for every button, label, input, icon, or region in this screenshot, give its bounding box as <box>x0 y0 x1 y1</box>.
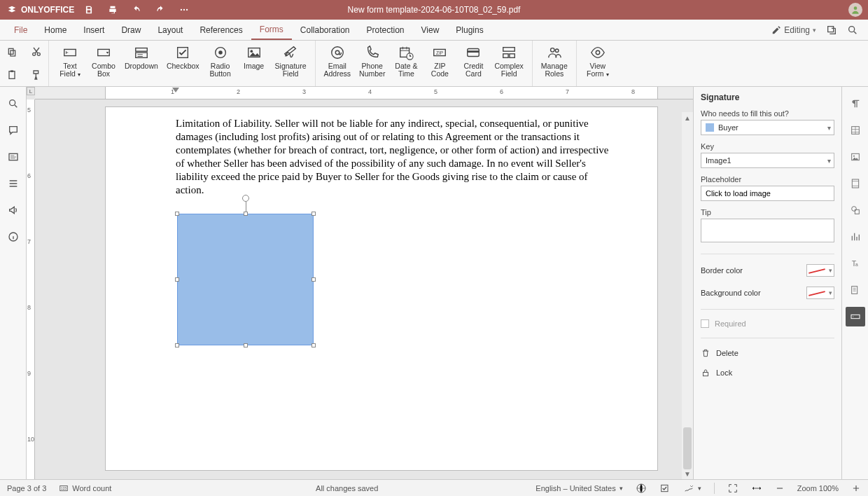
paste-icon[interactable] <box>0 64 24 87</box>
svg-rect-9 <box>9 71 15 78</box>
menu-layout[interactable]: Layout <box>149 20 191 40</box>
resize-handle[interactable] <box>312 212 316 216</box>
svg-rect-29 <box>503 54 508 58</box>
placeholder-input[interactable] <box>701 186 834 201</box>
image-button[interactable]: Image <box>237 43 271 71</box>
email-address-button[interactable]: Email Address <box>320 43 356 79</box>
vertical-ruler[interactable]: 5678910 <box>27 99 35 479</box>
border-color-picker[interactable]: ▾ <box>806 264 834 277</box>
menu-file[interactable]: File <box>6 20 36 40</box>
about-icon[interactable] <box>6 230 20 244</box>
checkbox-button[interactable]: Checkbox <box>162 43 204 71</box>
menu-protection[interactable]: Protection <box>358 20 413 40</box>
editing-mode[interactable]: Editing ▾ <box>771 25 816 35</box>
menu-insert[interactable]: Insert <box>75 20 113 40</box>
resize-handle[interactable] <box>244 212 248 216</box>
required-checkbox[interactable]: Required <box>701 319 834 328</box>
language-selector[interactable]: English – United States ▾ <box>536 484 622 492</box>
comments-icon[interactable] <box>6 123 20 137</box>
zoom-out-button[interactable] <box>775 483 785 493</box>
rotate-handle[interactable] <box>242 195 249 202</box>
resize-handle[interactable] <box>175 343 179 347</box>
menu-forms[interactable]: Forms <box>251 20 292 40</box>
shape-settings-icon[interactable] <box>846 200 865 220</box>
doc-mode-icon[interactable]: ▾ <box>683 483 701 494</box>
headings-icon[interactable] <box>6 150 20 164</box>
zip-code-button[interactable]: ZIPZIP Code <box>423 43 456 79</box>
page[interactable]: Limitation of Liability. Seller will not… <box>105 106 658 471</box>
feedback-icon[interactable] <box>6 203 20 217</box>
menu-home[interactable]: Home <box>36 20 75 40</box>
svg-point-33 <box>596 50 600 55</box>
table-settings-icon[interactable] <box>846 120 865 140</box>
ruler-corner[interactable]: L <box>27 87 35 95</box>
resize-handle[interactable] <box>312 343 316 347</box>
credit-card-button[interactable]: Credit Card <box>456 43 490 79</box>
body-paragraph[interactable]: Limitation of Liability. Seller will not… <box>176 117 610 197</box>
text-field-button[interactable]: Text Field ▾ <box>53 43 87 80</box>
outline-icon[interactable] <box>6 177 20 191</box>
menu-plugins[interactable]: Plugins <box>447 20 491 40</box>
fit-width-icon[interactable] <box>751 483 762 494</box>
resize-handle[interactable] <box>175 277 179 282</box>
mail-merge-icon[interactable] <box>846 280 865 300</box>
horizontal-ruler[interactable]: 12345678 <box>35 87 693 99</box>
cut-icon[interactable] <box>24 41 49 64</box>
format-painter-icon[interactable] <box>24 64 49 87</box>
header-footer-icon[interactable] <box>846 174 865 193</box>
scroll-down-icon[interactable]: ▼ <box>682 468 693 479</box>
radio-button-button[interactable]: Radio Button <box>204 43 237 79</box>
more-icon[interactable] <box>175 1 193 19</box>
menu-draw[interactable]: Draw <box>113 20 149 40</box>
spellcheck-icon[interactable] <box>636 483 647 494</box>
tip-input[interactable] <box>701 219 834 242</box>
key-dropdown[interactable]: Image1 ▾ <box>701 153 834 168</box>
background-color-picker[interactable]: ▾ <box>806 287 834 299</box>
zoom-level[interactable]: Zoom 100% <box>797 484 839 492</box>
scroll-up-icon[interactable]: ▲ <box>682 112 693 123</box>
vertical-scrollbar[interactable]: ▲ ▼ <box>682 112 693 479</box>
page-indicator[interactable]: Page 3 of 3 <box>7 484 46 492</box>
signature-field-button[interactable]: Signature Field <box>271 43 311 79</box>
save-icon[interactable] <box>80 1 98 19</box>
resize-handle[interactable] <box>312 277 316 282</box>
track-changes-icon[interactable] <box>659 483 671 494</box>
menu-view[interactable]: View <box>413 20 448 40</box>
lock-button[interactable]: Lock <box>701 368 834 378</box>
paragraph-settings-icon[interactable] <box>846 94 865 113</box>
signature-field-shape[interactable] <box>177 214 314 345</box>
fit-page-icon[interactable] <box>727 483 738 494</box>
image-settings-icon[interactable] <box>846 147 865 167</box>
copy-icon[interactable] <box>0 41 24 64</box>
view-form-button[interactable]: View Form ▾ <box>581 43 615 80</box>
zoom-in-button[interactable] <box>851 483 861 493</box>
scroll-thumb[interactable] <box>683 427 692 469</box>
word-count[interactable]: 123 Word count <box>59 483 111 493</box>
resize-handle[interactable] <box>175 212 179 216</box>
undo-icon[interactable] <box>127 1 146 19</box>
combo-box-button[interactable]: Combo Box <box>87 43 120 79</box>
resize-handle[interactable] <box>244 343 248 347</box>
document-canvas[interactable]: Limitation of Liability. Seller will not… <box>35 99 693 479</box>
redo-icon[interactable] <box>151 1 169 19</box>
chevron-down-icon: ▾ <box>829 289 832 296</box>
open-location-icon[interactable] <box>826 25 837 36</box>
who-dropdown[interactable]: Buyer ▾ <box>701 120 834 135</box>
complex-field-button[interactable]: Complex Field <box>490 43 527 79</box>
find-icon[interactable] <box>6 97 20 111</box>
form-settings-icon[interactable] <box>846 307 865 326</box>
date-time-button[interactable]: Date & Time <box>389 43 423 79</box>
search-icon[interactable] <box>847 25 858 36</box>
phone-number-button[interactable]: Phone Number <box>355 43 389 79</box>
user-avatar[interactable] <box>848 3 862 17</box>
manage-roles-button[interactable]: Manage Roles <box>537 43 572 79</box>
chart-settings-icon[interactable] <box>846 227 865 247</box>
image-icon <box>246 45 262 60</box>
menu-collaboration[interactable]: Collaboration <box>292 20 358 40</box>
delete-button[interactable]: Delete <box>701 348 834 358</box>
dropdown-button[interactable]: Dropdown <box>120 43 162 71</box>
menu-references[interactable]: References <box>191 20 251 40</box>
text-art-icon[interactable]: Ta <box>846 254 865 273</box>
radio-button-label: Radio Button <box>209 62 230 78</box>
print-icon[interactable] <box>104 1 122 19</box>
